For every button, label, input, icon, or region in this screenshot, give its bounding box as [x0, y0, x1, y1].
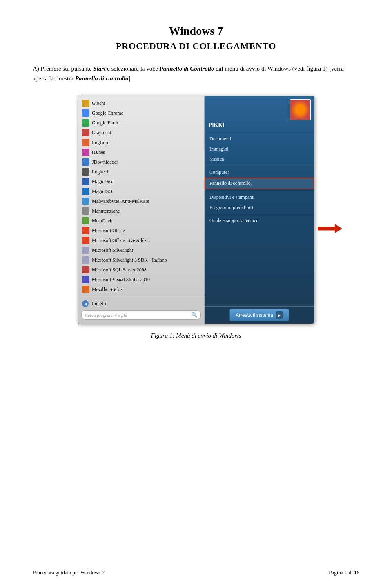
item-icon [82, 158, 89, 166]
menu-bottom: ◄ Indietro Cerca programmi e file 🔍 [78, 296, 204, 324]
username-label: PiKKi [205, 120, 314, 132]
list-item[interactable]: ImgBurn [78, 138, 204, 147]
arresta-arrow-icon: ▶ [276, 311, 283, 319]
item-icon [82, 247, 89, 254]
item-icon [82, 119, 89, 127]
list-item[interactable]: Giochi [78, 98, 204, 108]
item-label: Microsoft Office Live Add-in [92, 238, 150, 244]
right-item-label: Programmi predefiniti [209, 204, 253, 211]
page-subtitle: PROCEDURA DI COLLEGAMENTO [33, 41, 359, 51]
separator [205, 214, 314, 214]
right-list-item[interactable]: Computer [205, 167, 314, 178]
item-label: Google Earth [92, 120, 118, 126]
item-icon [82, 227, 89, 234]
item-label: Logitech [92, 169, 109, 175]
list-item[interactable]: Microsoft Silverlight 3 SDK - Italiano [78, 255, 204, 265]
item-icon [82, 256, 89, 264]
windows-start-menu: Giochi Google Chrome Google Earth G [78, 96, 314, 324]
item-icon [82, 198, 89, 205]
item-label: Microsoft SQL Server 2008 [92, 267, 147, 273]
item-icon [82, 207, 89, 215]
right-list-item[interactable]: Programmi predefiniti [205, 202, 314, 213]
item-label: Graphisoft [92, 130, 113, 136]
arresta-button[interactable]: Arresta il sistema ▶ [229, 309, 289, 321]
item-icon [82, 217, 89, 224]
intro-pannello: Pannello di Controllo [159, 65, 214, 72]
item-icon [82, 109, 89, 117]
list-item[interactable]: iTunes [78, 147, 204, 157]
separator [205, 191, 314, 191]
indietro-item[interactable]: ◄ Indietro [78, 299, 204, 309]
list-item[interactable]: Microsoft Office Live Add-in [78, 236, 204, 245]
item-label: iTunes [92, 149, 105, 156]
item-label: Giochi [92, 100, 105, 107]
list-item[interactable]: Manutenzione [78, 206, 204, 216]
page-title: Windows 7 [33, 24, 359, 38]
list-item[interactable]: MetaGeek [78, 216, 204, 226]
list-item[interactable]: Graphisoft [78, 128, 204, 138]
item-icon [82, 266, 89, 273]
pannello-label: Pannello di controllo [209, 180, 251, 186]
right-list-item[interactable]: Musica [205, 154, 314, 164]
item-icon [82, 178, 89, 185]
item-icon [82, 129, 89, 136]
list-item[interactable]: Microsoft Silverlight [78, 245, 204, 255]
item-icon [82, 237, 89, 244]
list-item[interactable]: JDownloader [78, 157, 204, 167]
list-item[interactable]: MagicDisc [78, 177, 204, 187]
right-item-label: Computer [209, 169, 229, 176]
intro-part2: e selezionare la voce [105, 65, 159, 72]
back-arrow-icon: ◄ [82, 300, 89, 307]
list-item[interactable]: Google Earth [78, 118, 204, 128]
page-footer: Procedura guidata per Windows 7 Pagina 1… [0, 565, 392, 580]
item-label: Mozilla Firefox [92, 287, 123, 293]
item-label: Microsoft Office [92, 228, 125, 234]
item-icon [82, 276, 89, 283]
right-list-item[interactable]: Immagini [205, 144, 314, 154]
intro-pannello2: Pannello di controllo [75, 75, 129, 82]
item-label: Microsoft Silverlight [92, 247, 133, 253]
item-label: ImgBurn [92, 140, 109, 146]
right-item-label: Immagini [209, 146, 229, 152]
right-list-item[interactable]: Guida e supporto tecnico [205, 216, 314, 226]
search-icon: 🔍 [191, 312, 197, 318]
intro-part4: ] [129, 75, 131, 82]
red-arrow [318, 224, 342, 233]
item-icon [82, 100, 89, 107]
item-label: MagicDisc [92, 179, 114, 185]
pannello-controllo-item[interactable]: Pannello di controllo [205, 178, 314, 189]
item-label: Manutenzione [92, 208, 120, 214]
right-list-item[interactable]: Documenti [205, 134, 314, 144]
list-item[interactable]: Malwarebytes' Anti-Malware [78, 196, 204, 206]
list-item[interactable]: Logitech [78, 167, 204, 177]
list-item[interactable]: Mozilla Firefox [78, 284, 204, 294]
right-list-item[interactable]: Dispositivi e stampanti [205, 192, 314, 202]
item-label: Google Chrome [92, 110, 123, 116]
right-item-label: Documenti [209, 136, 231, 142]
list-item[interactable]: Microsoft SQL Server 2008 [78, 265, 204, 275]
intro-part1: A) Premere sul pulsante [33, 65, 93, 72]
list-item[interactable]: Google Chrome [78, 108, 204, 118]
menu-left-list: Giochi Google Chrome Google Earth G [78, 96, 204, 296]
search-bar[interactable]: Cerca programmi e file 🔍 [81, 310, 201, 320]
screenshot-container: Giochi Google Chrome Google Earth G [33, 96, 359, 324]
footer-left: Procedura guidata per Windows 7 [33, 569, 105, 576]
item-icon [82, 149, 89, 156]
indietro-label: Indietro [92, 301, 107, 307]
item-icon [82, 139, 89, 146]
right-item-label: Musica [209, 156, 224, 162]
list-item[interactable]: Microsoft Visual Studio 2010 [78, 275, 204, 284]
menu-right-bottom: Arresta il sistema ▶ [205, 306, 314, 324]
item-label: Malwarebytes' Anti-Malware [92, 198, 149, 204]
user-section [205, 96, 314, 120]
avatar [290, 99, 311, 120]
item-label: Microsoft Silverlight 3 SDK - Italiano [92, 257, 167, 263]
list-item[interactable]: MagicISO [78, 187, 204, 196]
search-placeholder: Cerca programmi e file [85, 313, 127, 318]
figure-caption: Figura 1: Menù di avvio di Windows [33, 332, 359, 339]
list-item[interactable]: Microsoft Office [78, 226, 204, 236]
arresta-label: Arresta il sistema [236, 312, 273, 318]
item-label: Microsoft Visual Studio 2010 [92, 277, 150, 283]
right-item-label: Dispositivi e stampanti [209, 194, 255, 200]
item-icon [82, 188, 89, 195]
